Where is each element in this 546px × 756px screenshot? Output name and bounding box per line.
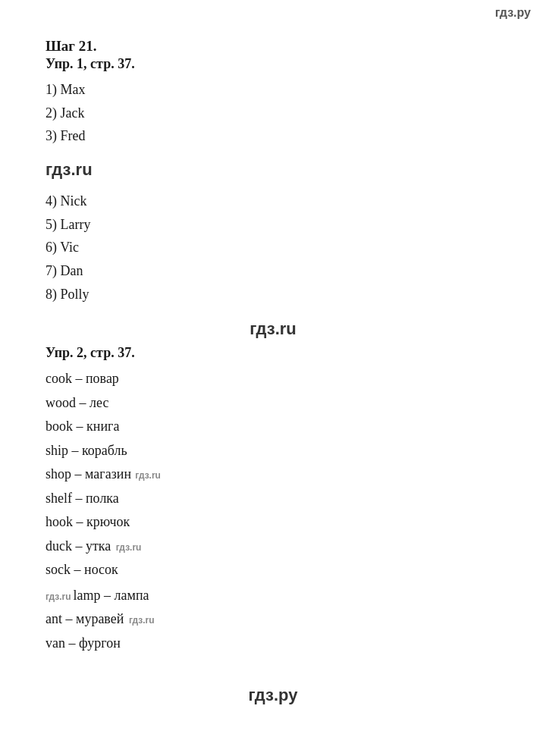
word-pair: shelf – полка <box>46 487 500 511</box>
word-pair: duck – утка гдз.ru <box>46 535 500 559</box>
word-pair: book – книга <box>46 415 500 439</box>
section-1: Шаг 21. Упр. 1, стр. 37. 1) Max 2) Jack … <box>46 38 500 306</box>
word-list: cook – повар wood – лес book – книга shi… <box>46 367 500 655</box>
word-pair: shop – магазин гдз.ru <box>46 463 500 487</box>
watermark-duck: гдз.ru <box>116 542 142 553</box>
watermark-sock: гдз.ru <box>46 591 71 602</box>
list-item: 7) Dan <box>46 259 500 283</box>
word-pair: гдз.rulamp – лампа <box>46 584 500 608</box>
watermark-inline-1: гдз.ru <box>46 155 500 184</box>
list-item: 6) Vic <box>46 236 500 259</box>
word-pair: van – фургон <box>46 632 500 656</box>
exercise-2-title: Упр. 2, стр. 37. <box>46 345 500 361</box>
word-pair: wood – лес <box>46 391 500 416</box>
watermark-bottom-center: гдз.ру <box>249 685 298 704</box>
watermark-ant: гдз.ru <box>129 615 155 626</box>
word-pair: cook – повар <box>46 367 500 391</box>
watermark-shop: гдз.ru <box>133 470 161 481</box>
list-item: 2) Jack <box>46 102 500 125</box>
exercise-1-title: Упр. 1, стр. 37. <box>46 56 500 72</box>
list-item: 3) Fredгдз.ru <box>46 124 500 184</box>
list-item: 4) Nick <box>46 190 500 213</box>
word-pair: sock – носок <box>46 558 500 582</box>
list-item: 5) Larry <box>46 213 500 237</box>
step-title: Шаг 21. <box>46 38 500 55</box>
word-pair: hook – крючок <box>46 510 500 535</box>
word-pair: ship – корабль <box>46 439 500 463</box>
word-pair: ant – муравей гдз.ru <box>46 607 500 632</box>
list-item: 1) Max <box>46 78 500 102</box>
section-2: Упр. 2, стр. 37. cook – повар wood – лес… <box>46 345 500 655</box>
watermark-mid: гдз.ru <box>46 319 500 339</box>
list-item: 8) Polly <box>46 283 500 306</box>
